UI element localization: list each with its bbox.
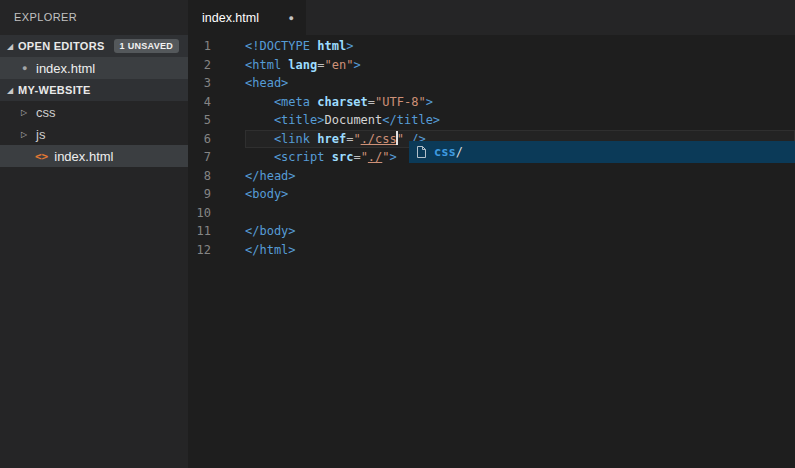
code-line-2[interactable]: 2<html lang="en"> [188,56,795,75]
code-text: <body> [245,185,795,204]
code-line-8[interactable]: 8</head> [188,167,795,186]
code-text: </html> [245,241,795,260]
code-text: <head> [245,74,795,93]
vscode-window: EXPLORER ◢ OPEN EDITORS 1 UNSAVED ● inde… [0,0,795,468]
open-editor-item-index-html[interactable]: ● index.html [0,57,188,79]
code-editor[interactable]: 1<!DOCTYPE html>2<html lang="en">3<head>… [188,35,795,468]
code-text: <!DOCTYPE html> [245,37,795,56]
section-expanded-icon: ◢ [7,86,18,95]
html-file-icon: <> [35,150,48,163]
tab-bar: index.html ● [188,0,795,35]
code-text: <meta charset="UTF-8"> [245,93,795,112]
code-line-5[interactable]: 5 <title>Document</title> [188,111,795,130]
sidebar-item-index-html[interactable]: <> index.html [0,145,188,167]
chevron-right-icon: ▷ [21,130,32,139]
open-editors-label: OPEN EDITORS [18,40,105,52]
line-number: 2 [188,56,245,75]
open-editor-item-label: index.html [36,61,95,76]
tab-label: index.html [202,11,289,25]
code-line-12[interactable]: 12</html> [188,241,795,260]
suggest-item-label: css/ [434,145,463,159]
editor-group: index.html ● 1<!DOCTYPE html>2<html lang… [188,0,795,468]
suggest-widget: css/ [409,141,795,163]
code-text [245,204,795,223]
tab-index-html[interactable]: index.html ● [188,0,306,35]
code-line-3[interactable]: 3<head> [188,74,795,93]
line-number: 8 [188,167,245,186]
modified-dot-icon[interactable]: ● [289,13,294,23]
section-expanded-icon: ◢ [7,42,18,51]
file-label: index.html [54,149,113,164]
file-icon [416,145,427,159]
line-number: 9 [188,185,245,204]
code-text: <html lang="en"> [245,56,795,75]
code-text: </head> [245,167,795,186]
suggest-item-css[interactable]: css/ [409,141,795,163]
line-number: 7 [188,148,245,167]
line-number: 12 [188,241,245,260]
code-line-1[interactable]: 1<!DOCTYPE html> [188,37,795,56]
line-number: 10 [188,204,245,223]
code-line-4[interactable]: 4 <meta charset="UTF-8"> [188,93,795,112]
modified-dot-icon: ● [22,63,33,73]
line-number: 6 [188,130,245,149]
folder-label: css [36,105,56,120]
line-number: 5 [188,111,245,130]
explorer-sidebar: EXPLORER ◢ OPEN EDITORS 1 UNSAVED ● inde… [0,0,188,468]
explorer-title: EXPLORER [0,0,188,35]
code-line-9[interactable]: 9<body> [188,185,795,204]
code-line-11[interactable]: 11</body> [188,222,795,241]
code-line-10[interactable]: 10 [188,204,795,223]
workspace-label: MY-WEBSITE [18,84,91,96]
folder-label: js [36,127,45,142]
sidebar-item-css[interactable]: ▷ css [0,101,188,123]
line-number: 11 [188,222,245,241]
code-text: </body> [245,222,795,241]
workspace-section-header[interactable]: ◢ MY-WEBSITE [0,79,188,101]
code-text: <title>Document</title> [245,111,795,130]
unsaved-count-badge: 1 UNSAVED [114,39,180,53]
line-number: 4 [188,93,245,112]
sidebar-item-js[interactable]: ▷ js [0,123,188,145]
line-number: 3 [188,74,245,93]
chevron-right-icon: ▷ [21,108,32,117]
line-number: 1 [188,37,245,56]
open-editors-section-header[interactable]: ◢ OPEN EDITORS 1 UNSAVED [0,35,188,57]
